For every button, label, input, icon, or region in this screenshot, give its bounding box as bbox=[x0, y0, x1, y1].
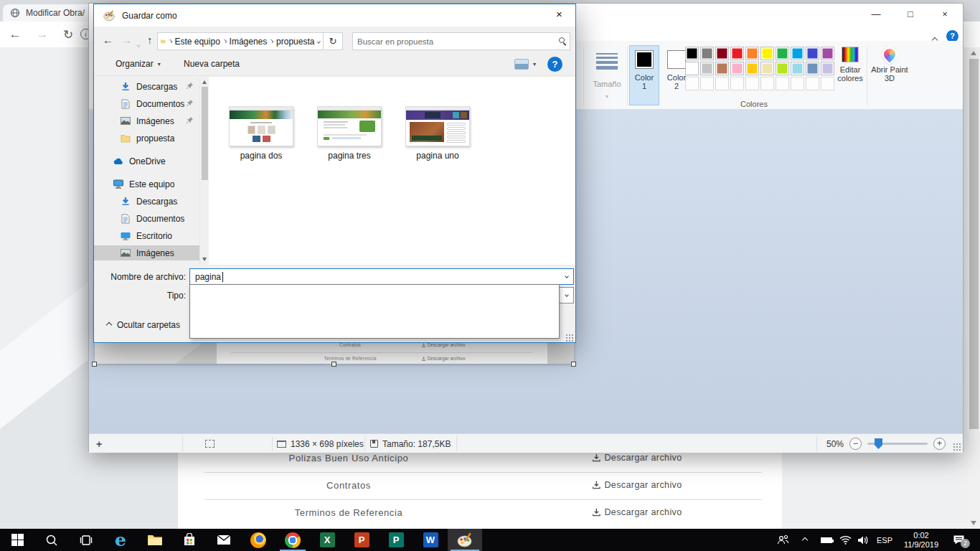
search-box[interactable] bbox=[352, 32, 570, 50]
sidebar-item-escritorio[interactable]: Escritorio bbox=[94, 228, 199, 243]
clock[interactable]: 0:02 11/9/2019 bbox=[898, 529, 944, 551]
taskbar-store-button[interactable] bbox=[172, 529, 207, 551]
breadcrumb-item[interactable]: Imágenes bbox=[230, 37, 268, 47]
palette-empty-slot[interactable] bbox=[715, 77, 729, 90]
battery-icon[interactable] bbox=[821, 529, 832, 551]
show-hidden-icons-chevron[interactable] bbox=[803, 529, 807, 551]
zoom-out-button[interactable]: − bbox=[849, 438, 862, 450]
scrollbar-thumb[interactable] bbox=[202, 87, 208, 180]
action-center-button[interactable]: 2 bbox=[953, 529, 965, 551]
palette-empty-slot[interactable] bbox=[776, 77, 789, 90]
palette-color[interactable] bbox=[776, 62, 789, 75]
window-resize-grip[interactable] bbox=[953, 443, 961, 451]
file-item-pagina-dos[interactable]: pagina dos bbox=[218, 106, 304, 161]
browser-reload-icon[interactable]: ↻ bbox=[60, 27, 76, 42]
taskbar-paint-button[interactable] bbox=[448, 529, 482, 551]
zoom-in-button[interactable]: + bbox=[933, 438, 946, 450]
sidebar-item-documentos-2[interactable]: Documentos bbox=[94, 211, 199, 226]
open-paint3d-button[interactable]: Abrir Paint 3D bbox=[870, 45, 909, 83]
sidebar-item-imagenes[interactable]: Imágenes bbox=[94, 113, 199, 128]
filename-input[interactable]: pagina bbox=[189, 268, 574, 285]
task-view-button[interactable] bbox=[69, 529, 103, 551]
dialog-resize-grip[interactable] bbox=[565, 334, 573, 342]
palette-empty-slot[interactable] bbox=[806, 77, 819, 90]
sidebar-item-este-equipo[interactable]: Este equipo bbox=[94, 176, 199, 192]
search-icon[interactable] bbox=[559, 37, 565, 43]
palette-empty-slot[interactable] bbox=[745, 77, 759, 90]
recent-locations-icon[interactable] bbox=[137, 37, 140, 49]
taskbar-search-button[interactable] bbox=[34, 529, 69, 551]
wifi-icon[interactable] bbox=[839, 529, 852, 551]
new-folder-button[interactable]: Nueva carpeta bbox=[184, 59, 240, 69]
language-indicator[interactable]: ESP bbox=[877, 529, 892, 551]
back-button[interactable]: ← bbox=[103, 34, 113, 46]
palette-color[interactable] bbox=[745, 47, 759, 60]
breadcrumb-item[interactable]: propuesta bbox=[276, 37, 314, 47]
taskbar-excel-button[interactable]: X bbox=[310, 529, 344, 551]
scroll-down-icon[interactable] bbox=[202, 258, 207, 261]
refresh-button[interactable]: ↻ bbox=[324, 32, 343, 50]
palette-color[interactable] bbox=[715, 62, 729, 75]
palette-empty-slot[interactable] bbox=[791, 77, 804, 90]
scroll-up-icon[interactable] bbox=[202, 80, 207, 84]
palette-empty-slot[interactable] bbox=[685, 77, 699, 90]
dialog-close-button[interactable]: × bbox=[543, 4, 575, 25]
palette-color[interactable] bbox=[791, 47, 804, 60]
sidebar-item-propuesta[interactable]: propuesta bbox=[94, 131, 199, 146]
breadcrumb-item[interactable]: Este equipo bbox=[174, 37, 220, 47]
palette-color[interactable] bbox=[730, 62, 744, 75]
palette-color[interactable] bbox=[700, 62, 714, 75]
canvas-resize-handle[interactable] bbox=[331, 362, 336, 367]
browser-back-icon[interactable]: ← bbox=[7, 27, 23, 42]
view-mode-button[interactable]: ▾ bbox=[514, 59, 536, 70]
maximize-button[interactable]: □ bbox=[894, 4, 927, 27]
scroll-up-icon[interactable] bbox=[971, 51, 976, 55]
minimize-button[interactable]: — bbox=[859, 4, 892, 27]
palette-color[interactable] bbox=[806, 62, 819, 75]
sidebar-item-imagenes-2[interactable]: Imágenes bbox=[94, 245, 199, 260]
file-item-pagina-tres[interactable]: pagina tres bbox=[306, 106, 392, 161]
hide-folders-button[interactable]: Ocultar carpetas bbox=[107, 320, 180, 330]
file-item-pagina-uno[interactable]: pagina uno bbox=[395, 106, 481, 161]
taskbar-mail-button[interactable] bbox=[207, 529, 241, 551]
taskbar-edge-button[interactable]: e bbox=[103, 529, 138, 551]
sidebar-scrollbar[interactable] bbox=[199, 77, 209, 265]
download-link[interactable]: Descargar archivo bbox=[592, 453, 682, 463]
canvas-resize-handle[interactable] bbox=[571, 362, 576, 367]
taskbar-chrome-button[interactable] bbox=[275, 529, 310, 551]
zoom-slider[interactable] bbox=[867, 443, 928, 445]
taskbar-file-explorer-button[interactable] bbox=[138, 529, 172, 551]
sidebar-item-descargas[interactable]: Descargas bbox=[94, 79, 199, 94]
search-input[interactable] bbox=[357, 34, 551, 49]
palette-empty-slot[interactable] bbox=[700, 77, 714, 90]
palette-color[interactable] bbox=[760, 62, 774, 75]
address-dropdown-icon[interactable] bbox=[317, 39, 321, 43]
close-button[interactable]: × bbox=[928, 4, 961, 27]
sidebar-item-descargas-2[interactable]: Descargas bbox=[94, 194, 199, 209]
palette-color[interactable] bbox=[700, 47, 714, 60]
scroll-down-icon[interactable] bbox=[971, 521, 976, 525]
sidebar-item-documentos[interactable]: Documentos bbox=[94, 96, 199, 111]
taskbar-firefox-button[interactable] bbox=[241, 529, 275, 551]
palette-color[interactable] bbox=[745, 62, 759, 75]
up-button[interactable]: ↑ bbox=[147, 34, 153, 46]
palette-color[interactable] bbox=[791, 62, 804, 75]
palette-color[interactable] bbox=[730, 47, 744, 60]
dialog-titlebar[interactable]: Guardar como bbox=[94, 4, 575, 27]
volume-icon[interactable] bbox=[857, 529, 869, 551]
taskbar-publisher-button[interactable]: P bbox=[379, 529, 413, 551]
taskbar-word-button[interactable]: W bbox=[413, 529, 448, 551]
filename-dropdown-icon[interactable] bbox=[565, 274, 569, 278]
download-link[interactable]: Descargar archivo bbox=[592, 507, 682, 517]
color1-button[interactable]: Color 1 bbox=[629, 45, 659, 105]
dialog-help-button[interactable]: ? bbox=[547, 57, 562, 72]
browser-scrollbar[interactable] bbox=[968, 47, 980, 529]
palette-empty-slot[interactable] bbox=[730, 77, 744, 90]
type-dropdown-icon[interactable] bbox=[565, 293, 569, 297]
edit-colors-button[interactable]: Editar colores bbox=[832, 45, 868, 83]
people-icon[interactable] bbox=[777, 529, 789, 551]
collapse-ribbon-icon[interactable] bbox=[933, 32, 940, 38]
palette-color[interactable] bbox=[776, 47, 789, 60]
palette-color[interactable] bbox=[685, 47, 699, 60]
palette-color[interactable] bbox=[715, 47, 729, 60]
